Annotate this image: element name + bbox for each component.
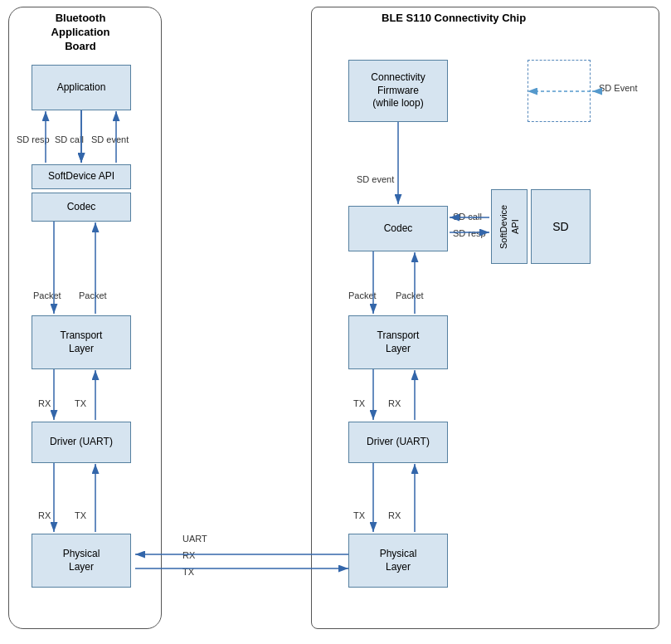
packet-right-1-label: Packet bbox=[348, 290, 377, 300]
sd-call-right-label: SD call bbox=[453, 212, 482, 222]
sd-block: SD bbox=[531, 189, 591, 264]
rx-left-1-label: RX bbox=[38, 398, 51, 408]
codec-right-block: Codec bbox=[348, 206, 448, 251]
firmware-block: ConnectivityFirmware(while loop) bbox=[348, 60, 448, 122]
codec-left-block: Codec bbox=[32, 193, 131, 222]
packet-left-2-label: Packet bbox=[79, 290, 107, 300]
tx-left-2-label: TX bbox=[75, 510, 86, 520]
tx-left-1-label: TX bbox=[75, 398, 86, 408]
rx-right-1-label: RX bbox=[388, 398, 401, 408]
firmware-dotted-area bbox=[528, 60, 591, 122]
rx-left-2-label: RX bbox=[38, 510, 51, 520]
sd-call-label: SD call bbox=[55, 134, 84, 144]
application-block: Application bbox=[32, 65, 131, 110]
driver-right-block: Driver (UART) bbox=[348, 422, 448, 463]
transport-right-block: TransportLayer bbox=[348, 315, 448, 369]
sd-resp-label: SD resp bbox=[17, 134, 50, 144]
sd-event-right-label: SD event bbox=[357, 174, 394, 184]
tx-right-1-label: TX bbox=[353, 398, 365, 408]
physical-right-block: PhysicalLayer bbox=[348, 534, 448, 588]
sd-event-label-left: SD event bbox=[91, 134, 129, 144]
transport-left-block: TransportLayer bbox=[32, 315, 131, 369]
softdevice-api-left-block: SoftDevice API bbox=[32, 164, 131, 189]
sd-event-far-label: SD Event bbox=[599, 83, 637, 93]
packet-left-1-label: Packet bbox=[33, 290, 61, 300]
diagram: BluetoothApplication Board BLE S110 Conn… bbox=[0, 0, 671, 644]
board-right-title: BLE S110 Connectivity Chip bbox=[382, 12, 526, 24]
rx-cross-label: RX bbox=[182, 550, 195, 560]
physical-left-block: PhysicalLayer bbox=[32, 534, 131, 588]
packet-right-2-label: Packet bbox=[396, 290, 424, 300]
rx-right-2-label: RX bbox=[388, 510, 401, 520]
uart-label: UART bbox=[182, 534, 207, 544]
board-left-title: BluetoothApplication Board bbox=[35, 12, 126, 54]
softdevice-api-right-block: SoftDeviceAPI bbox=[491, 189, 528, 264]
tx-cross-label: TX bbox=[182, 567, 194, 577]
driver-left-block: Driver (UART) bbox=[32, 422, 131, 463]
sd-resp-right-label: SD resp bbox=[453, 228, 486, 238]
tx-right-2-label: TX bbox=[353, 510, 365, 520]
